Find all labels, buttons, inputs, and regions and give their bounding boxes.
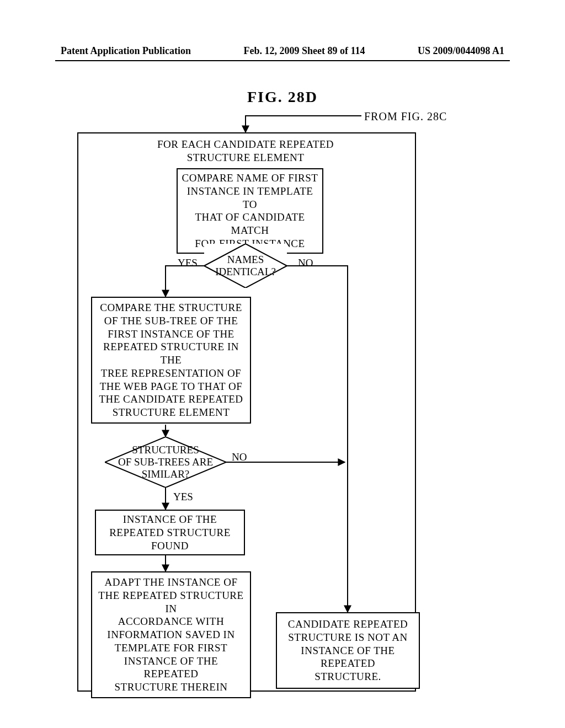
header-right: US 2009/0044098 A1 [418, 45, 504, 57]
header-left: Patent Application Publication [61, 45, 191, 57]
page: Patent Application Publication Feb. 12, … [0, 0, 565, 728]
decision-structures-label: STRUCTURES OF SUB-TREES ARE SIMILAR? [105, 437, 226, 488]
loop-header: FOR EACH CANDIDATE REPEATED STRUCTURE EL… [138, 138, 353, 164]
label-no-2: NO [232, 451, 247, 463]
box-compare-name: COMPARE NAME OF FIRST INSTANCE IN TEMPLA… [177, 168, 323, 254]
decision-structures-similar: STRUCTURES OF SUB-TREES ARE SIMILAR? [105, 437, 226, 488]
figure-title: FIG. 28D [0, 88, 565, 106]
box-not-instance: CANDIDATE REPEATED STRUCTURE IS NOT AN I… [276, 612, 420, 689]
from-label: FROM FIG. 28C [364, 110, 447, 123]
box-compare-structure: COMPARE THE STRUCTURE OF THE SUB-TREE OF… [91, 297, 251, 424]
header-rule [55, 60, 510, 61]
decision-names-label: NAMES IDENTICAL? [204, 244, 287, 288]
page-header: Patent Application Publication Feb. 12, … [0, 45, 565, 61]
decision-names-identical: NAMES IDENTICAL? [204, 244, 287, 288]
label-yes-1: YES [178, 257, 198, 269]
label-yes-2: YES [173, 491, 193, 503]
header-center: Feb. 12, 2009 Sheet 89 of 114 [244, 45, 365, 57]
label-no-1: NO [298, 257, 313, 269]
box-adapt-instance: ADAPT THE INSTANCE OF THE REPEATED STRUC… [91, 571, 251, 698]
box-instance-found: INSTANCE OF THE REPEATED STRUCTURE FOUND [95, 510, 245, 555]
